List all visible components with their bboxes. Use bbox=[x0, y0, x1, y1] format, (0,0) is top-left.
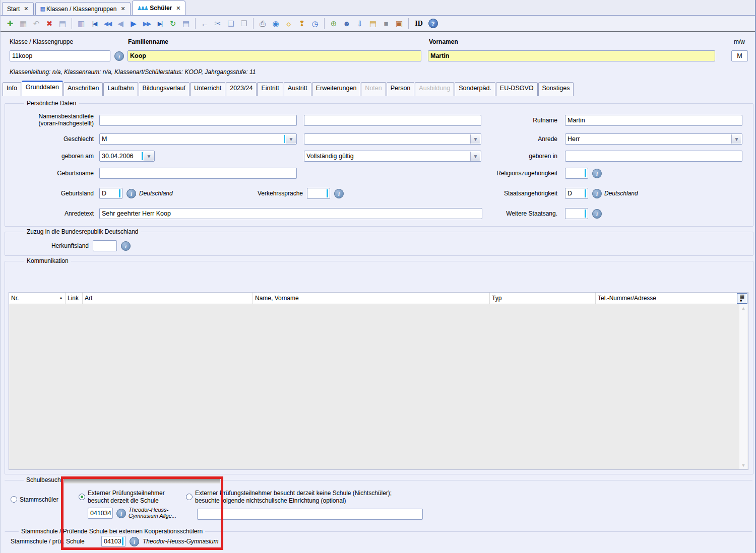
geschlecht2-select[interactable]: ▼ bbox=[304, 133, 481, 145]
export-icon[interactable]: ⊕ bbox=[327, 18, 340, 30]
rufname-input[interactable]: Martin bbox=[565, 115, 742, 126]
anrede-select[interactable]: Herr ▼ bbox=[565, 133, 742, 145]
stammschule-schulnr-input[interactable]: 04103 bbox=[101, 536, 125, 547]
religion-input[interactable] bbox=[565, 168, 588, 179]
tab-sonstiges[interactable]: Sonstiges bbox=[538, 82, 574, 96]
herkunftsland-info-icon[interactable]: i bbox=[121, 241, 131, 251]
geschlecht2-dropdown-icon[interactable]: ▼ bbox=[470, 134, 480, 144]
stammschule-info-icon[interactable]: i bbox=[130, 537, 139, 546]
tab-sonderpaed[interactable]: Sonderpäd. bbox=[455, 82, 495, 96]
klasse-info-icon[interactable]: i bbox=[114, 51, 124, 61]
tab-bildungsverlauf[interactable]: Bildungsverlauf bbox=[139, 82, 190, 96]
geburtsland-info-icon[interactable]: i bbox=[127, 189, 136, 198]
clock-icon[interactable]: ◷ bbox=[308, 18, 322, 30]
import-folder-icon[interactable]: ▤ bbox=[366, 18, 380, 30]
hint-icon[interactable]: ☼ bbox=[282, 18, 295, 30]
anrede-dropdown-icon[interactable]: ▼ bbox=[731, 134, 741, 144]
tab-grunddaten[interactable]: Grunddaten bbox=[22, 81, 63, 96]
print-icon[interactable]: ⎙ bbox=[256, 18, 269, 30]
geburtsland-input[interactable]: D bbox=[99, 188, 122, 199]
cut-icon[interactable]: ✂ bbox=[211, 18, 224, 30]
window-tab-schueler[interactable]: ♟♟♟Schüler✕ bbox=[132, 1, 186, 15]
geburtsname-input[interactable] bbox=[99, 168, 297, 179]
prev-record-icon[interactable]: ◀ bbox=[114, 18, 127, 30]
save-icon[interactable]: ▦ bbox=[17, 18, 30, 30]
table-scrollbar[interactable]: ▲ ▼ bbox=[739, 304, 747, 469]
familienname-input[interactable]: Koop bbox=[128, 50, 421, 61]
staatsangehoerigkeit-info-icon[interactable]: i bbox=[592, 189, 602, 198]
paste-icon[interactable]: ❒ bbox=[237, 18, 250, 30]
einrichtung-input[interactable] bbox=[197, 509, 423, 520]
column-header-typ[interactable]: Typ bbox=[490, 293, 596, 304]
list-view-icon[interactable]: ▤ bbox=[179, 18, 193, 30]
export-student-icon[interactable]: ⇩ bbox=[353, 18, 366, 30]
schulnr-info-icon[interactable]: i bbox=[116, 509, 126, 518]
blackboard-icon[interactable]: ■ bbox=[380, 18, 393, 30]
geschlecht-dropdown-icon[interactable]: ▼ bbox=[286, 134, 296, 144]
last-record-icon[interactable]: ▶| bbox=[153, 18, 166, 30]
preview-icon[interactable]: ◉ bbox=[269, 18, 282, 30]
card-view-icon[interactable]: ▥ bbox=[75, 18, 88, 30]
close-tab-icon[interactable]: ✕ bbox=[120, 6, 125, 12]
column-header-name-vorname[interactable]: Name, Vorname bbox=[253, 293, 490, 304]
first-record-icon[interactable]: |◀ bbox=[88, 18, 101, 30]
namensbestandteile-voran-input[interactable] bbox=[99, 115, 297, 126]
delete-icon[interactable]: ✖ bbox=[43, 18, 56, 30]
refresh-icon[interactable]: ↻ bbox=[166, 18, 179, 30]
schulnr-input[interactable]: 041034 bbox=[88, 508, 113, 519]
new-record-icon[interactable]: ✚ bbox=[4, 18, 17, 30]
column-header-art[interactable]: Art bbox=[83, 293, 253, 304]
radio-stammschueler[interactable] bbox=[11, 496, 17, 503]
tab-eu-dsgvo[interactable]: EU-DSGVO bbox=[496, 82, 538, 96]
edit-data-icon[interactable]: ▤ bbox=[56, 18, 69, 30]
column-chooser-button[interactable]: ▦▾ bbox=[737, 293, 747, 304]
vornamen-input[interactable]: Martin bbox=[428, 50, 715, 61]
next-record-icon[interactable]: ▶ bbox=[127, 18, 140, 30]
staatsangehoerigkeit-input[interactable]: D bbox=[565, 188, 588, 199]
anredetext-input[interactable]: Sehr geehrter Herr Koop bbox=[99, 208, 482, 219]
klasse-input[interactable]: 11koop bbox=[10, 50, 110, 61]
column-header-tel-nummer-adresse[interactable]: Tel.-Nummer/Adresse bbox=[596, 293, 740, 304]
geboren-in-input[interactable] bbox=[565, 151, 742, 162]
tab-person[interactable]: Person bbox=[387, 82, 415, 96]
herkunftsland-input[interactable] bbox=[93, 240, 117, 251]
tab-erweiterungen[interactable]: Erweiterungen bbox=[312, 82, 361, 96]
scroll-down-icon[interactable]: ▼ bbox=[739, 461, 747, 469]
fast-next-icon[interactable]: ▶▶ bbox=[140, 18, 153, 30]
window-tab-start[interactable]: Start✕ bbox=[2, 2, 34, 15]
radio-externer-keine-schule[interactable] bbox=[186, 494, 193, 500]
undo-icon[interactable]: ↶ bbox=[30, 18, 43, 30]
student-icon[interactable]: ☻ bbox=[340, 18, 353, 30]
radio-externer-schule[interactable] bbox=[79, 494, 85, 500]
namensbestandteile-nach-input[interactable] bbox=[304, 115, 481, 126]
bell-icon[interactable]: ❢ bbox=[295, 18, 308, 30]
geboren-am-input[interactable]: 30.04.2006 ▼ bbox=[99, 151, 155, 162]
verkehrssprache-info-icon[interactable]: i bbox=[334, 189, 344, 198]
id-button[interactable]: ID bbox=[411, 18, 426, 30]
tab-info[interactable]: Info bbox=[3, 82, 21, 96]
fast-prev-icon[interactable]: ◀◀ bbox=[101, 18, 114, 30]
religion-info-icon[interactable]: i bbox=[592, 169, 602, 178]
birthdate-status-dropdown-icon[interactable]: ▼ bbox=[470, 152, 480, 161]
tab-austritt[interactable]: Austritt bbox=[284, 82, 311, 96]
geboren-am-dropdown-icon[interactable]: ▼ bbox=[144, 152, 154, 161]
close-tab-icon[interactable]: ✕ bbox=[176, 5, 180, 12]
tab-anschriften[interactable]: Anschriften bbox=[64, 82, 103, 96]
scroll-up-icon[interactable]: ▲ bbox=[739, 304, 747, 312]
weitere-staatsang-info-icon[interactable]: i bbox=[592, 209, 602, 219]
verkehrssprache-input[interactable] bbox=[307, 188, 330, 199]
mw-input[interactable]: M bbox=[731, 50, 748, 61]
copy-icon[interactable]: ❏ bbox=[224, 18, 237, 30]
tab-unterricht[interactable]: Unterricht bbox=[190, 82, 225, 96]
column-header-nr-[interactable]: Nr.▲ bbox=[9, 293, 66, 304]
close-tab-icon[interactable]: ✕ bbox=[24, 6, 28, 12]
contact-card-icon[interactable]: ▣ bbox=[393, 18, 406, 30]
geschlecht-select[interactable]: M ▼ bbox=[99, 133, 297, 145]
birthdate-status-select[interactable]: Vollständig gültig ▼ bbox=[304, 151, 481, 162]
column-header-link[interactable]: Link bbox=[66, 293, 83, 304]
weitere-staatsang-input[interactable] bbox=[565, 208, 588, 219]
help-icon[interactable]: ? bbox=[426, 18, 439, 30]
window-tab-klassen[interactable]: ▦Klassen / Klassengruppen✕ bbox=[35, 2, 131, 15]
tab-eintritt[interactable]: Eintritt bbox=[257, 82, 283, 96]
tab-laufbahn[interactable]: Laufbahn bbox=[103, 82, 138, 96]
